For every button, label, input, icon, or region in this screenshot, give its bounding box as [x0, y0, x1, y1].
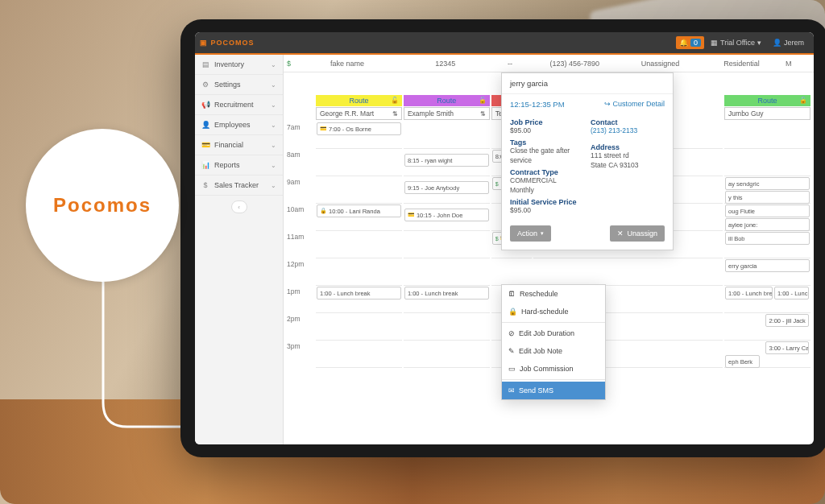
- route-tech-select-1[interactable]: George R.R. Mart⇅: [316, 107, 402, 120]
- appointment[interactable]: oug Flutie: [725, 204, 810, 217]
- appointment[interactable]: 💳10:15 - John Doe: [404, 209, 489, 221]
- sidebar-item-sales-tracker[interactable]: $Sales Tracker⌄: [195, 176, 283, 196]
- tablet-frame: ▣ POCOMOS 🔔 0 ▦ Trial Office ▾ 👤 Jerem: [180, 19, 825, 457]
- hour-label: 11am: [287, 231, 316, 258]
- dollar-icon: $: [201, 181, 209, 189]
- route-tech-select-4[interactable]: Jumbo Guy: [724, 107, 810, 120]
- appointment[interactable]: ill Bob: [725, 232, 810, 245]
- card-icon: 💳: [201, 141, 209, 149]
- hour-label: 10am: [287, 204, 316, 231]
- unassign-button[interactable]: ✕Unassign: [610, 225, 665, 242]
- sidebar-item-inventory[interactable]: ▤Inventory⌄: [195, 55, 283, 75]
- hour-label: 7am: [287, 122, 316, 149]
- unlock-icon: 🔓: [391, 97, 399, 104]
- lunch-break[interactable]: 1:00 - Lunch break: [725, 287, 773, 300]
- appointment-label: eph Berk: [728, 358, 752, 366]
- appointment[interactable]: y this: [725, 191, 810, 204]
- hour-label: 9am: [287, 176, 316, 204]
- route-lane-2: 8:15 - ryan wight 9:15 - Joe Anybody 💳10…: [404, 122, 490, 368]
- appointment-label: 8:15 - ryan wight: [408, 157, 452, 164]
- field-value: Close the gate after service: [510, 147, 584, 165]
- action-commission[interactable]: ▭Job Commission: [502, 360, 605, 378]
- chart-icon: 📊: [201, 161, 209, 169]
- collapse-sidebar-button[interactable]: ‹: [231, 200, 247, 213]
- route-tech-select-2[interactable]: Example Smith⇅: [404, 107, 490, 120]
- appointment[interactable]: erry garcia: [725, 259, 810, 272]
- appointment[interactable]: 2:00 - jill Jack: [765, 314, 808, 327]
- field-value: $95.00: [510, 206, 584, 215]
- route-header-2[interactable]: Route🔓: [404, 95, 490, 106]
- appointment-label: y this: [728, 194, 743, 201]
- chevron-down-icon: ⌄: [271, 101, 276, 109]
- appointment-label: 10:00 - Lani Randa: [329, 208, 380, 215]
- chevron-down-icon: ⌄: [271, 61, 276, 68]
- lunch-break[interactable]: 1:00 - Lunch break: [404, 287, 489, 300]
- lunch-break[interactable]: 1:00 - Lunch break: [317, 287, 401, 300]
- office-selector[interactable]: ▦ Trial Office ▾: [706, 36, 766, 49]
- appointment[interactable]: 8:15 - ryan wight: [404, 154, 489, 167]
- appointment-label: oug Flutie: [728, 208, 755, 215]
- route-tech: Example Smith: [408, 109, 454, 118]
- field-label: Address: [591, 143, 665, 151]
- button-label: Action: [517, 229, 537, 238]
- filter-type: Residential: [701, 60, 782, 68]
- appointment-label: 1:00 - Lunch break: [728, 290, 773, 297]
- megaphone-icon: 📢: [201, 101, 209, 109]
- appointment-label: 1:00 - Lunch: [777, 290, 809, 297]
- appointment[interactable]: 9:15 - Joe Anybody: [404, 181, 489, 194]
- lunch-break[interactable]: 1:00 - Lunch: [774, 287, 809, 300]
- route-label: Route: [349, 97, 368, 105]
- user-menu[interactable]: 👤 Jerem: [768, 36, 809, 49]
- field-value: 111 street rd: [591, 151, 665, 160]
- field-label: Tags: [510, 138, 584, 147]
- action-hard-schedule[interactable]: 🔒Hard-schedule: [502, 303, 605, 320]
- route-lane-1: 💳7:00 - Os Borne 🔒10:00 - Lani Randa 1:0…: [316, 122, 402, 368]
- action-button[interactable]: Action▾: [510, 225, 551, 242]
- field-label: Initial Service Price: [510, 198, 584, 206]
- action-reschedule[interactable]: 🗓Reschedule: [502, 285, 605, 303]
- sidebar-item-recruitment[interactable]: 📢Recruitment⌄: [195, 95, 283, 115]
- customer-detail-link[interactable]: ↪ Customer Detail: [604, 100, 665, 109]
- sidebar-item-employees[interactable]: 👤Employees⌄: [195, 115, 283, 135]
- appointment-label: erry garcia: [728, 262, 757, 270]
- close-icon: ✕: [617, 229, 624, 238]
- sidebar-item-label: Settings: [214, 81, 241, 89]
- sidebar-item-reports[interactable]: 📊Reports⌄: [195, 155, 283, 176]
- appointment[interactable]: eph Berk: [725, 355, 760, 368]
- grid-icon: ▦: [711, 39, 718, 47]
- action-edit-duration[interactable]: ⊘Edit Job Duration: [502, 324, 605, 342]
- notifications-button[interactable]: 🔔 0: [676, 36, 704, 49]
- filter-name: fake name: [294, 60, 400, 68]
- appointment[interactable]: 💳7:00 - Os Borne: [317, 122, 401, 135]
- popover-customer-name: jerry garcia: [502, 73, 673, 94]
- appointment[interactable]: 3:00 - Larry Cash: [765, 341, 808, 354]
- route-header-4[interactable]: Route🔓: [724, 95, 810, 106]
- price-filter-icon[interactable]: $: [284, 60, 294, 68]
- sidebar-item-financial[interactable]: 💳Financial⌄: [195, 135, 283, 155]
- appointment-label: 7:00 - Os Borne: [329, 126, 371, 133]
- form-icon: ▭: [508, 365, 516, 373]
- job-popover: jerry garcia 12:15-12:35 PM ↪ Customer D…: [501, 72, 674, 250]
- chevron-down-icon: ⌄: [271, 142, 276, 149]
- inventory-icon: ▤: [201, 60, 209, 68]
- action-dropdown: 🗓Reschedule 🔒Hard-schedule ⊘Edit Job Dur…: [501, 284, 606, 400]
- hour-label: 2pm: [287, 313, 316, 341]
- route-label: Route: [437, 97, 456, 105]
- appointment[interactable]: aylee jone:: [725, 218, 810, 231]
- appointment-label: 9:15 - Joe Anybody: [408, 184, 459, 192]
- user-label: Jerem: [784, 39, 804, 47]
- action-edit-note[interactable]: ✎Edit Job Note: [502, 342, 605, 360]
- hour-label: 3pm: [287, 341, 316, 368]
- action-send-sms[interactable]: ✉Send SMS: [502, 382, 605, 399]
- item-label: Send SMS: [519, 386, 553, 395]
- appointment-label: aylee jone:: [728, 221, 757, 229]
- route-header-1[interactable]: Route🔓: [316, 95, 402, 106]
- chevron-left-icon: ‹: [238, 204, 240, 211]
- mail-icon: ✉: [508, 386, 515, 395]
- appointment[interactable]: ay sendgric: [725, 177, 810, 190]
- chevron-down-icon: ⌄: [271, 122, 276, 129]
- topbar: ▣ POCOMOS 🔔 0 ▦ Trial Office ▾ 👤 Jerem: [195, 32, 814, 53]
- sidebar-item-settings[interactable]: ⚙Settings⌄: [195, 75, 283, 95]
- contact-phone[interactable]: (213) 213-2133: [591, 126, 665, 135]
- appointment[interactable]: 🔒10:00 - Lani Randa: [317, 204, 401, 217]
